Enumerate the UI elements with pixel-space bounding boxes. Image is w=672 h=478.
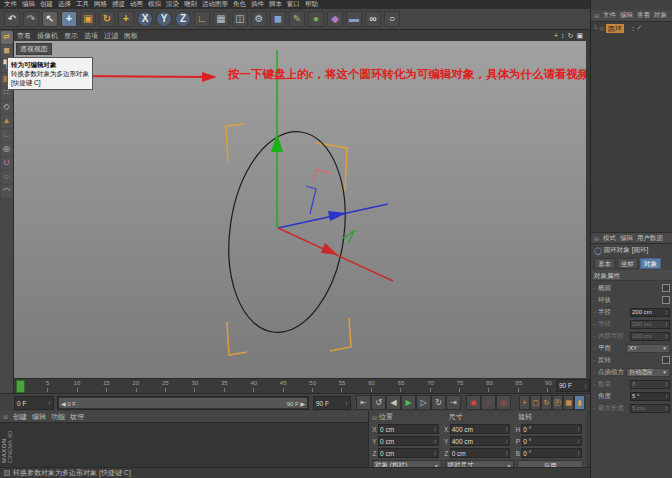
object-name[interactable]: 圆环 (606, 24, 624, 33)
size-X-field[interactable]: 400 cm↕ (450, 424, 511, 434)
primitive-cube-button[interactable]: ◼ (270, 11, 286, 27)
zoom-view-icon[interactable]: ↕ (561, 32, 565, 40)
stepper-icon[interactable]: ↕ (577, 438, 580, 444)
camera-button[interactable]: ∞ (365, 11, 381, 27)
property-checkbox[interactable] (662, 356, 670, 364)
menubar-item-17[interactable]: 帮助 (305, 0, 318, 9)
attribute-manager-menu-1[interactable]: 模式 (603, 234, 616, 243)
property-dropdown[interactable]: 自动适应▼ (626, 368, 670, 377)
lock-y-button[interactable]: Y (156, 11, 172, 27)
position-Y-field[interactable]: 0 cm↕ (378, 436, 439, 446)
x-axis-arrowhead[interactable] (321, 243, 338, 255)
viewport-menu-5[interactable]: 过滤 (104, 31, 118, 41)
stepper-icon[interactable]: ↕ (345, 400, 348, 406)
object-manager-menu-4[interactable]: 对象 (654, 11, 667, 20)
live-selection-button[interactable]: ↖ (42, 11, 58, 27)
panel-grid-icon[interactable]: ⊞ (372, 414, 377, 421)
stepper-icon[interactable]: ↕ (665, 393, 668, 399)
preview-range-slider[interactable]: ◀ 0 F 90 F ▶ (57, 396, 309, 410)
move-button[interactable]: + (61, 11, 77, 27)
edges-mode-button[interactable]: ◇ (1, 101, 13, 114)
stepper-icon[interactable]: ↕ (665, 333, 668, 339)
attribute-manager-menu-2[interactable]: 编辑 (620, 234, 633, 243)
stepper-icon[interactable]: ↕ (577, 426, 580, 432)
spline-pen-button[interactable]: ✎ (289, 11, 305, 27)
position-X-field[interactable]: 0 cm↕ (378, 424, 439, 434)
size-Z-field[interactable]: 0 cm↕ (450, 448, 511, 458)
stepper-icon[interactable]: ↕ (505, 426, 508, 432)
render-region-button[interactable]: ◫ (232, 11, 248, 27)
keyframe-selection-button[interactable]: ◎ (496, 395, 511, 410)
quantize-button[interactable]: ◌ (1, 171, 13, 184)
keyframe-mode-button[interactable]: ▮ (574, 395, 585, 410)
plane-handle-xy[interactable] (313, 170, 331, 181)
material-menu-4[interactable]: 纹理 (70, 412, 84, 422)
scale-button[interactable]: ▣ (80, 11, 96, 27)
light-button[interactable]: ○ (384, 11, 400, 27)
convert-editable-button[interactable]: ⇄ (1, 31, 13, 44)
menubar-item-14[interactable]: 插件 (251, 0, 264, 9)
stepper-icon[interactable]: ↕ (665, 405, 668, 411)
redo-button[interactable]: ↷ (23, 11, 39, 27)
view-label[interactable]: 透视视图 (16, 43, 52, 55)
stepper-icon[interactable]: ↕ (665, 321, 668, 327)
property-field[interactable]: 100 cm↕ (630, 332, 670, 341)
previous-key-button[interactable]: ↺ (371, 395, 386, 410)
menubar-item-15[interactable]: 脚本 (269, 0, 282, 9)
stepper-icon[interactable]: ↕ (577, 450, 580, 456)
viewport-menu-2[interactable]: 摄像机 (37, 31, 58, 41)
plane-handle-yz[interactable] (306, 186, 316, 214)
play-button[interactable]: ▶ (401, 395, 416, 410)
object-manager-menu-1[interactable]: 文件 (603, 11, 616, 20)
viewport-menu-1[interactable]: 查看 (17, 31, 31, 41)
stepper-icon[interactable]: ↕ (584, 383, 587, 389)
y-axis-arrowhead[interactable] (271, 133, 283, 152)
key-parameter-button[interactable]: Ⓟ (552, 395, 563, 410)
viewport-menu-3[interactable]: 显示 (64, 31, 78, 41)
property-field[interactable]: 5 °↕ (630, 392, 670, 401)
stepper-icon[interactable]: ↕ (505, 450, 508, 456)
subdivision-surface-button[interactable]: ● (308, 11, 324, 27)
material-menu-1[interactable]: 创建 (13, 412, 27, 422)
menubar-item-11[interactable]: 雕刻 (184, 0, 197, 9)
rotation-H-field[interactable]: 0 °↕ (521, 424, 582, 434)
pan-view-icon[interactable]: + (554, 32, 558, 40)
viewport-menu-4[interactable]: 选项 (84, 31, 98, 41)
material-menu-3[interactable]: 功能 (51, 412, 65, 422)
floor-button[interactable]: ▬ (346, 11, 362, 27)
stepper-icon[interactable]: ↕ (434, 450, 437, 456)
menubar-item-10[interactable]: 渲染 (166, 0, 179, 9)
stepper-icon[interactable]: ↕ (48, 400, 51, 406)
property-field[interactable]: 200 cm↕ (630, 320, 670, 329)
lock-z-button[interactable]: Z (175, 11, 191, 27)
render-settings-button[interactable]: ⚙ (251, 11, 267, 27)
visibility-dots-icon[interactable]: : (632, 25, 634, 32)
menubar-item-16[interactable]: 窗口 (287, 0, 300, 9)
attribute-manager-menu-3[interactable]: 用户数据 (637, 234, 663, 243)
menubar-item-8[interactable]: 动画 (130, 0, 143, 9)
size-Y-field[interactable]: 400 cm↕ (450, 436, 511, 446)
key-pla-button[interactable]: ▦ (563, 395, 574, 410)
stepper-icon[interactable]: ↕ (505, 438, 508, 444)
record-keyframe-button[interactable]: ◉ (466, 395, 481, 410)
panel-grid-icon[interactable]: ⊞ (594, 235, 599, 242)
workplane-snap-button[interactable]: ◠ (1, 185, 13, 198)
max-frame-field[interactable]: 90 F ↕ (556, 379, 590, 392)
end-frame-field[interactable]: 90 F ↕ (313, 396, 351, 410)
menubar-item-2[interactable]: 编辑 (22, 0, 35, 9)
stepper-icon[interactable]: ↕ (434, 426, 437, 432)
goto-start-button[interactable]: ⇤ (356, 395, 371, 410)
panel-grid-icon[interactable]: ⊞ (3, 413, 8, 420)
toggle-view-icon[interactable]: ▣ (576, 32, 583, 40)
viewport-canvas[interactable]: 透视视图 按一下键盘上的c，将这个圆环转化为可编辑对象，具体为什么请看视频 (14, 41, 586, 378)
timeline-ruler[interactable]: 051015202530354045505560657075808590 (14, 378, 554, 393)
stepper-icon[interactable]: ↕ (665, 309, 668, 315)
lock-x-button[interactable]: X (137, 11, 153, 27)
current-frame-field[interactable]: 0 F ↕ (14, 396, 54, 410)
stepper-icon[interactable]: ↕ (665, 381, 668, 387)
rotate-button[interactable]: ↻ (99, 11, 115, 27)
range-right-arrow-icon[interactable]: ▶ (299, 401, 305, 407)
deformer-button[interactable]: ◆ (327, 11, 343, 27)
menubar-item-5[interactable]: 工具 (76, 0, 89, 9)
next-frame-button[interactable]: ▷ (416, 395, 431, 410)
